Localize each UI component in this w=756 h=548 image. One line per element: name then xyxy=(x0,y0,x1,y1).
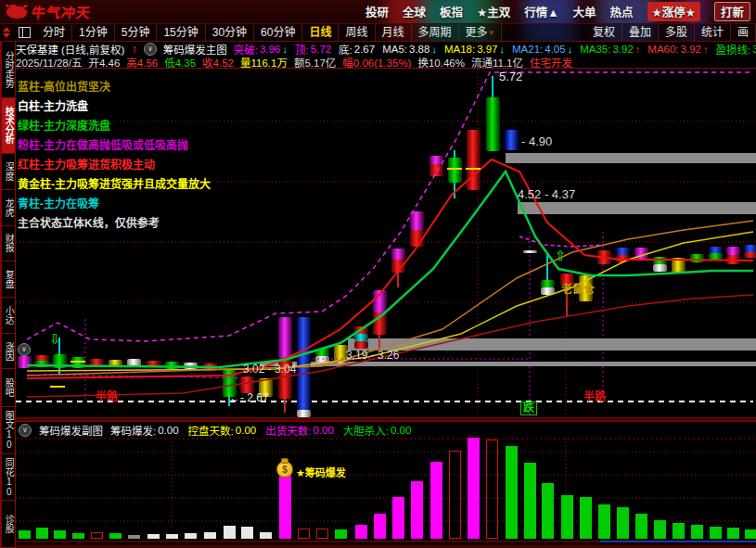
legend-line: 绿柱-主力深度洗盘 xyxy=(18,117,211,136)
bull-icon xyxy=(5,3,29,21)
chart-label: - 4.90 xyxy=(521,135,552,148)
quote-info-row: 2025/11/28/五开4.46高4.56低4.35收4.52量116.1万额… xyxy=(16,56,756,69)
indicator-number: 3.92 xyxy=(681,44,701,55)
top-menu-item[interactable]: 热点 xyxy=(610,3,634,20)
sidebar-item[interactable]: 财报 xyxy=(2,226,15,262)
sub-field-label: 大胆杀入: xyxy=(343,423,389,438)
sidebar-item[interactable]: 技术分析 xyxy=(2,98,15,155)
indicator-value: 盈损线:3.88↓ xyxy=(715,42,756,56)
top-menu-item[interactable]: ★主双 xyxy=(477,3,510,20)
histogram-bar xyxy=(430,462,442,539)
legend-line: 粉柱-主力在做高抛低吸或低吸高抛 xyxy=(18,136,211,156)
period-tab[interactable]: 周线 xyxy=(339,24,375,42)
chart-label: ←- 2.67 xyxy=(229,392,269,404)
top-menu-item[interactable]: 投研 xyxy=(365,3,389,20)
top-menu-item[interactable]: 全球 xyxy=(403,3,426,20)
histogram-bar xyxy=(279,474,291,539)
sub-indicator-values: 筹码爆发:0.00控盘天数:0.00出货天数:0.00大胆杀入:0.00 xyxy=(110,423,411,438)
sidebar-item[interactable]: 分时走势 xyxy=(2,42,15,98)
indicator-value: MA5:3.88↓ xyxy=(382,42,437,56)
up-arrow-icon: ↑ xyxy=(131,42,137,56)
histogram-bar xyxy=(128,535,140,539)
histogram-bar xyxy=(598,504,610,539)
toolbar-tool[interactable]: 叠加 xyxy=(622,24,659,41)
quote-field: 收4.52 xyxy=(202,56,234,69)
sub-indicator-field: 大胆杀入:0.00 xyxy=(343,423,412,438)
indicator-title: 筹码爆发主图 xyxy=(163,42,227,56)
chevron-down-icon: ▼ xyxy=(488,29,495,37)
top-menu: 投研全球板指★主双行情▲大单热点★涨停★打新 xyxy=(365,0,750,23)
histogram-bar xyxy=(580,497,592,539)
top-menu-item[interactable]: 大单 xyxy=(573,3,596,20)
sidebar-item[interactable]: 复盘 xyxy=(2,261,15,298)
sub-field-value: 0.00 xyxy=(313,425,333,436)
indicator-number: 3.88 xyxy=(409,44,429,55)
indicator-label: 底: xyxy=(339,42,352,56)
sidebar-item[interactable]: 图文10 xyxy=(2,407,15,454)
top-menu-item[interactable]: 打新 xyxy=(714,2,750,21)
histogram-bar xyxy=(298,529,310,539)
chevron-down-icon[interactable]: ∨ xyxy=(18,343,31,356)
logo-text: 牛气冲天 xyxy=(31,2,93,21)
chart-label: 3.02 - 3.04 xyxy=(243,363,296,376)
indicator-label: MA21: xyxy=(512,44,543,55)
sidebar-item[interactable]: 同花10 xyxy=(2,454,15,502)
toolbar-tool[interactable]: 统计 xyxy=(695,24,731,41)
indicator-label: MA18: xyxy=(444,44,475,55)
app-logo: 牛气冲天 xyxy=(5,0,91,23)
indicator-number: 3.97 xyxy=(477,44,497,55)
period-tab[interactable]: 1分钟 xyxy=(72,24,115,42)
window-split-icon[interactable] xyxy=(19,27,31,38)
histogram-bar xyxy=(486,440,498,539)
quote-field: 2025/11/28/五 xyxy=(16,56,82,69)
sidebar-item[interactable]: 小达 xyxy=(2,298,15,334)
top-menu-item[interactable]: 行情▲ xyxy=(524,3,558,20)
chevron-down-icon[interactable]: ∨ xyxy=(144,43,157,56)
indicator-label: 盈损线: xyxy=(715,42,750,56)
toolbar-tool[interactable]: 多股 xyxy=(659,24,695,41)
sub-indicator-title: 筹码爆发副图 xyxy=(39,423,103,438)
sub-indicator-field: 控盘天数:0.00 xyxy=(188,423,257,438)
period-tab[interactable]: 30分钟 xyxy=(206,24,254,42)
left-sidebar: 分时走势技术分析深度龙虎财报复盘小达涨因股吧图文10同花10诊股 xyxy=(0,42,16,548)
top-menu-item[interactable]: ★涨停★ xyxy=(647,2,700,21)
quote-field[interactable]: 住宅开发 xyxy=(530,56,572,69)
toolbar-tool[interactable]: 复权 xyxy=(586,24,622,41)
period-tab[interactable]: 多周期 xyxy=(412,24,459,42)
trend-arrow-icon: ↓ xyxy=(500,44,506,55)
sidebar-item[interactable]: 诊股 xyxy=(2,501,15,548)
period-tab[interactable]: 15分钟 xyxy=(157,24,205,42)
legend-line: 黄金柱-主力吸筹进货强并且成交量放大 xyxy=(18,175,211,195)
period-tab[interactable]: 日线 xyxy=(302,24,339,42)
main-chart[interactable]: 蓝柱-高位出货坚决白柱-主力洗盘绿柱-主力深度洗盘粉柱-主力在做高抛低吸或低吸高… xyxy=(16,69,756,420)
toolbar-tools: 复权叠加多股统计画 xyxy=(586,24,756,41)
sidebar-item[interactable]: 龙虎 xyxy=(2,190,15,226)
toolbar-tool[interactable]: 画 xyxy=(731,24,756,41)
period-tab[interactable]: 更多▼ xyxy=(459,24,503,42)
sub-chart[interactable]: ★筹码爆发$ xyxy=(16,438,756,548)
indicator-value: 突破:3.96↓ xyxy=(234,42,288,56)
sub-field-label: 控盘天数: xyxy=(188,423,234,438)
chart-label: 老鼠仓 xyxy=(561,284,595,296)
histogram-bar xyxy=(72,533,84,539)
histogram-bar xyxy=(524,463,536,539)
quote-field: 额5.17亿 xyxy=(294,56,336,69)
sidebar-item[interactable]: 股吧 xyxy=(2,369,15,407)
histogram-bar xyxy=(316,529,328,539)
chevron-down-icon[interactable]: ∨ xyxy=(19,424,32,437)
legend-line: 主合状态立体K线，仅供参考 xyxy=(18,214,211,234)
period-tab[interactable]: 5分钟 xyxy=(115,24,158,42)
sidebar-item[interactable]: 涨因 xyxy=(2,334,15,370)
period-tab[interactable]: 分时 xyxy=(36,24,72,42)
period-note: (日线,前复权) xyxy=(61,42,124,56)
period-tab[interactable]: 月线 xyxy=(376,24,412,42)
period-tab[interactable]: 60分钟 xyxy=(254,24,302,42)
indicator-label: MA5: xyxy=(382,44,407,55)
indicator-value: MA18:3.97↓ xyxy=(444,42,505,56)
sidebar-item[interactable]: 深度 xyxy=(2,154,15,190)
histogram-bar xyxy=(654,520,666,539)
histogram-bar xyxy=(224,526,236,539)
chart-label: ⇧ xyxy=(555,249,567,264)
top-menu-item[interactable]: 板指 xyxy=(440,3,463,20)
spinner-arrows-icon[interactable] xyxy=(0,27,13,38)
